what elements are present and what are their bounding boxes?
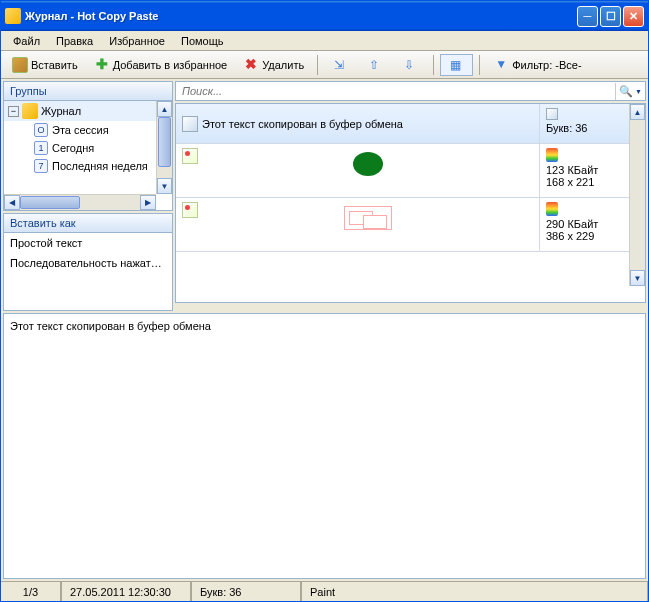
paste-as-keystrokes[interactable]: Последовательность нажати... [4,253,172,273]
paint-icon [546,202,558,216]
content-area: Группы − Журнал О Эта сессия [1,79,648,581]
separator [479,55,480,75]
filter-label: Фильтр: [512,59,552,71]
paste-button[interactable]: Вставить [5,54,85,76]
scroll-down-button[interactable]: ▼ [157,178,172,194]
arrow-down-icon: ⇩ [401,57,417,73]
paste-as-header: Вставить как [4,214,172,233]
status-app: Paint [301,582,648,601]
add-favorite-button[interactable]: ✚ Добавить в избранное [87,54,235,76]
menu-favorites[interactable]: Избранное [101,33,173,49]
text-clip-icon [182,116,198,132]
view-toggle-button[interactable]: ▦ [440,54,473,76]
tree-toggle-button[interactable]: ⇲ [324,54,357,76]
tree-root-journal[interactable]: − Журнал [4,101,156,121]
clip-content-cell [176,144,539,197]
clip-meta-size: 290 КБайт [546,218,623,230]
search-button[interactable]: 🔍▼ [615,83,645,100]
scroll-down-button[interactable]: ▼ [630,270,645,286]
clip-row[interactable]: Этот текст скопирован в буфер обмена Бук… [176,104,629,144]
paste-as-plain-text[interactable]: Простой текст [4,233,172,253]
image-clip-icon [182,148,198,164]
badge: 1 [34,141,48,155]
minimize-button[interactable]: ─ [577,6,598,27]
tree-root-label: Журнал [41,105,81,117]
separator [433,55,434,75]
paint-icon [546,148,558,162]
tree-item-session[interactable]: О Эта сессия [4,121,156,139]
tree-item-week[interactable]: 7 Последняя неделя [4,157,156,175]
groups-tree: − Журнал О Эта сессия 1 Сегодня [4,101,172,210]
paste-icon [12,57,28,73]
clip-meta-dims: 386 x 229 [546,230,623,242]
filter-value: -Все- [555,59,581,71]
paste-label: Вставить [31,59,78,71]
badge: 7 [34,159,48,173]
delete-icon: ✖ [243,57,259,73]
tree-item-today[interactable]: 1 Сегодня [4,139,156,157]
chevron-down-icon: ▼ [635,88,642,95]
search-bar: 🔍▼ [175,81,646,101]
scroll-up-button[interactable]: ▲ [630,104,645,120]
window-title: Журнал - Hot Copy Paste [25,10,575,22]
clip-meta-dims: 168 x 221 [546,176,623,188]
scroll-right-button[interactable]: ▶ [140,195,156,210]
clip-meta-size: 123 КБайт [546,164,623,176]
scroll-left-button[interactable]: ◀ [4,195,20,210]
clip-content-cell: Этот текст скопирован в буфер обмена [176,104,539,143]
view-icon: ▦ [447,57,463,73]
left-column: Группы − Журнал О Эта сессия [3,81,173,311]
move-down-button[interactable]: ⇩ [394,54,427,76]
menu-help[interactable]: Помощь [173,33,232,49]
scroll-thumb[interactable] [20,196,80,209]
plus-icon: ✚ [94,57,110,73]
clip-content-cell [176,198,539,251]
scroll-thumb[interactable] [158,117,171,167]
add-fav-label: Добавить в избранное [113,59,228,71]
paste-as-list: Простой текст Последовательность нажати.… [4,233,172,273]
titlebar[interactable]: Журнал - Hot Copy Paste ─ ☐ ✕ [1,1,648,31]
app-icon [5,8,21,24]
delete-label: Удалить [262,59,304,71]
menubar: Файл Правка Избранное Помощь [1,31,648,51]
tree-item-label: Сегодня [52,142,94,154]
scroll-up-button[interactable]: ▲ [157,101,172,117]
tree-icon: ⇲ [331,57,347,73]
paste-as-panel: Вставить как Простой текст Последователь… [3,213,173,311]
status-bar: 1/3 27.05.2011 12:30:30 Букв: 36 Paint [1,581,648,601]
funnel-icon: ▼ [493,57,509,73]
delete-button[interactable]: ✖ Удалить [236,54,311,76]
clip-thumbnail [344,206,392,230]
clip-row[interactable]: 123 КБайт 168 x 221 [176,144,629,198]
journal-icon [22,103,38,119]
filter-button[interactable]: ▼ Фильтр: -Все- [486,54,588,76]
menu-file[interactable]: Файл [5,33,48,49]
maximize-button[interactable]: ☐ [600,6,621,27]
image-clip-icon [182,202,198,218]
scrollbar-vertical[interactable]: ▲ ▼ [156,101,172,194]
main-window: Журнал - Hot Copy Paste ─ ☐ ✕ Файл Правк… [0,0,649,602]
close-button[interactable]: ✕ [623,6,644,27]
search-icon: 🔍 [619,85,633,98]
right-column: 🔍▼ Этот текст скопирован в буфер обмена [175,81,646,311]
badge: О [34,123,48,137]
status-datetime: 27.05.2011 12:30:30 [61,582,191,601]
move-up-button[interactable]: ⇧ [359,54,392,76]
menu-edit[interactable]: Правка [48,33,101,49]
clip-text: Этот текст скопирован в буфер обмена [202,118,403,130]
clip-row[interactable]: 290 КБайт 386 x 229 [176,198,629,252]
status-chars: Букв: 36 [191,582,301,601]
preview-text: Этот текст скопирован в буфер обмена [10,320,211,332]
status-index: 1/3 [1,582,61,601]
groups-panel: Группы − Журнал О Эта сессия [3,81,173,211]
upper-pane: Группы − Журнал О Эта сессия [3,81,646,311]
search-input[interactable] [176,82,615,100]
scrollbar-horizontal[interactable]: ◀ ▶ [4,194,156,210]
collapse-icon[interactable]: − [8,106,19,117]
tree-item-label: Последняя неделя [52,160,148,172]
clip-meta-cell: 123 КБайт 168 x 221 [539,144,629,197]
clips-grid: Этот текст скопирован в буфер обмена Бук… [175,103,646,303]
groups-header: Группы [4,82,172,101]
scrollbar-vertical[interactable]: ▲ ▼ [629,104,645,286]
clip-meta-chars: Букв: 36 [546,122,623,134]
